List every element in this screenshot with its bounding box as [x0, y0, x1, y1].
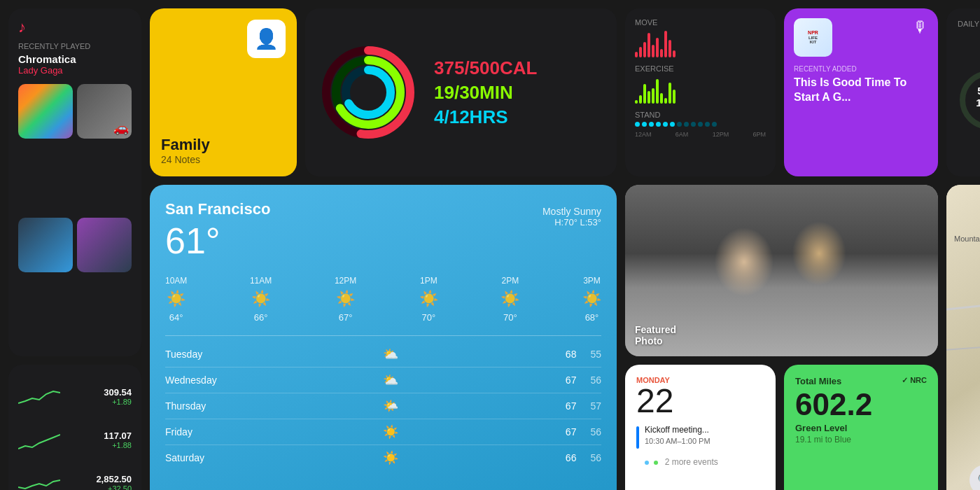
music-widget: ♪ RECENTLY PLAYED Chromatica Lady Gaga	[8, 8, 141, 356]
progress-content: 534 / 1,271 Cal 2 cups	[958, 35, 980, 165]
move-bars	[635, 29, 766, 57]
music-thumb-2[interactable]	[77, 84, 132, 139]
stock-change-2: +1.88	[104, 441, 132, 449]
weather-city: San Francisco	[165, 200, 270, 218]
stock-row-3: 2,852.50 +32.50	[18, 473, 132, 490]
notes-icon: 👤	[247, 20, 286, 58]
music-icon: ♪	[18, 18, 132, 36]
move-label: MOVE	[635, 18, 766, 27]
weather-description: Mostly Sunny	[542, 206, 601, 217]
stock-price-1: 309.54	[104, 387, 132, 398]
stock-change-3: +32.50	[96, 484, 132, 490]
calendar-event-1: Kickoff meeting... 10:30 AM–1:00 PM	[636, 425, 764, 449]
nike-widget: Total Miles ✓ NRC 602.2 Green Level 19.1…	[784, 365, 938, 490]
music-thumb-3[interactable]	[18, 218, 73, 272]
stock-price-2: 117.07	[104, 430, 132, 441]
exercise-label: EXERCISE	[635, 64, 766, 73]
progress-cal-label: Cal	[974, 108, 981, 116]
weather-hour-10am: 10AM ☀️ 64°	[165, 276, 187, 323]
weather-daily: Tuesday ⛅ 68 55 Wednesday ⛅ 67 56 Thursd…	[165, 342, 601, 490]
weather-day-tuesday: Tuesday ⛅ 68 55	[165, 342, 601, 368]
weather-hour-1pm: 1PM ☀️ 70°	[419, 276, 438, 323]
podcast-logo: NPR LIFE KIT	[794, 18, 832, 57]
nike-header: Total Miles ✓ NRC	[795, 376, 927, 386]
search-icon[interactable]: 🔍	[969, 465, 980, 490]
map-widget[interactable]: 280 Mountain View Cupertino Saratoga Su.…	[946, 185, 980, 490]
music-thumb-1[interactable]	[18, 84, 73, 139]
weather-hour-12pm: 12PM ☀️ 67°	[335, 276, 356, 323]
stock-chart-3	[18, 473, 60, 490]
podcast-title: This Is Good Time To Start A G...	[794, 76, 928, 105]
notes-widget[interactable]: 👤 Family 24 Notes	[150, 8, 297, 176]
stock-widget: 309.54 +1.89 117.07 +1.88 2,852.50 +32.5…	[8, 365, 141, 490]
more-events-label: 2 more events	[665, 457, 718, 467]
weather-high-low: H:70° L:53°	[542, 217, 601, 227]
activity-rings	[319, 43, 417, 141]
time-labels: 12AM 6AM 12PM 6PM	[635, 131, 766, 138]
music-title: Chromatica	[18, 53, 132, 65]
activity-minutes: 19/30MIN	[434, 82, 603, 104]
search-button[interactable]: 🔍 Search	[969, 465, 980, 490]
music-thumb-4[interactable]	[77, 218, 132, 272]
nike-miles: 602.2	[795, 389, 927, 420]
stock-row-1: 309.54 +1.89	[18, 386, 132, 407]
activity-hours: 4/12HRS	[434, 106, 603, 128]
event-dot-blue	[645, 461, 649, 465]
weather-divider	[165, 335, 601, 336]
stock-chart-2	[18, 429, 60, 450]
nike-title: Total Miles	[795, 376, 841, 386]
nike-level: Green Level	[795, 423, 927, 433]
progress-header: DAILY PROGRESS	[958, 20, 980, 28]
map-label-mountain-view: Mountain View	[954, 234, 980, 243]
recently-added-label: RECENTLY ADDED	[794, 65, 928, 73]
progress-ring: 534 / 1,271 Cal	[958, 69, 980, 132]
exercise-bars	[635, 76, 766, 104]
weather-hourly: 10AM ☀️ 64° 11AM ☀️ 66° 12PM ☀️ 67° 1PM …	[165, 276, 601, 323]
daily-progress-widget: DAILY PROGRESS 534 / 1,271 Cal 2 cups	[946, 8, 980, 176]
event-dot-green	[654, 461, 658, 465]
music-artist: Lady Gaga	[18, 65, 132, 76]
stand-label: STAND	[635, 111, 766, 119]
weather-day-wednesday: Wednesday ⛅ 67 56	[165, 368, 601, 393]
stock-change-1: +1.89	[104, 398, 132, 406]
calendar-widget: MONDAY 22 Kickoff meeting... 10:30 AM–1:…	[625, 365, 776, 490]
activity-widget: 375/500CAL 19/30MIN 4/12HRS	[305, 8, 617, 176]
activity-stats: 375/500CAL 19/30MIN 4/12HRS	[434, 57, 603, 128]
weather-day-saturday: Saturday ☀️ 66 56	[165, 445, 601, 470]
recently-played-label: RECENTLY PLAYED	[18, 42, 132, 50]
workout-widget: MOVE EXERCISE STAND	[625, 8, 776, 176]
stand-dots	[635, 122, 766, 127]
progress-calories: 534 / 1,271	[974, 85, 981, 108]
weather-hour-11am: 11AM ☀️ 66°	[250, 276, 272, 323]
nike-logo: ✓ NRC	[902, 376, 927, 385]
weather-day-thursday: Thursday 🌤️ 67 57	[165, 393, 601, 419]
podcast-icon: 🎙	[913, 18, 928, 36]
weather-day-friday: Friday ☀️ 67 56	[165, 419, 601, 445]
weather-hour-2pm: 2PM ☀️ 70°	[500, 276, 519, 323]
weather-hour-3pm: 3PM ☀️ 68°	[582, 276, 601, 323]
podcasts-widget[interactable]: NPR LIFE KIT 🎙 RECENTLY ADDED This Is Go…	[784, 8, 938, 176]
map-bottom-buttons: 🔍 Search 🍴 Food	[946, 465, 980, 490]
photo-widget: Featured Photo	[625, 185, 938, 356]
notes-title: Family	[161, 136, 286, 154]
notes-count: 24 Notes	[161, 154, 286, 165]
weather-widget: San Francisco 61° Mostly Sunny H:70° L:5…	[150, 185, 617, 490]
weather-temp: 61°	[165, 220, 270, 262]
stock-price-3: 2,852.50	[96, 474, 132, 484]
nike-sublevel: 19.1 mi to Blue	[795, 435, 927, 444]
calendar-date: 22	[636, 384, 764, 418]
stock-chart-1	[18, 386, 60, 407]
map-background	[946, 185, 980, 490]
music-grid	[18, 84, 132, 346]
stock-row-2: 117.07 +1.88	[18, 429, 132, 450]
photo-label: Featured Photo	[635, 324, 676, 346]
activity-calories: 375/500CAL	[434, 57, 603, 79]
